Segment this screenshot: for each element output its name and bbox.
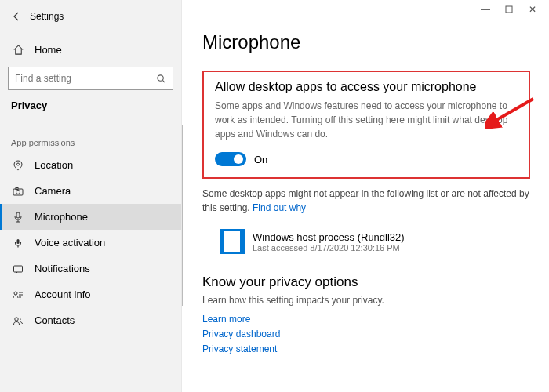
- svg-point-3: [16, 190, 20, 194]
- sidebar: Settings Home Privacy App permissions Lo…: [0, 0, 182, 392]
- sidebar-item-label: Contacts: [35, 314, 75, 326]
- home-nav[interactable]: Home: [0, 38, 181, 62]
- voice-icon: [11, 238, 25, 249]
- sidebar-item-label: Account info: [35, 289, 91, 300]
- toggle-row: On: [215, 152, 518, 166]
- sidebar-item-label: Voice activation: [35, 237, 105, 249]
- sidebar-item-label: Location: [35, 159, 73, 171]
- titlebar: Settings: [0, 3, 181, 30]
- app-title: Settings: [30, 11, 64, 22]
- svg-point-8: [14, 292, 17, 295]
- setting-title: Allow desktop apps to access your microp…: [215, 80, 518, 94]
- window-controls: — ✕: [474, 2, 544, 17]
- privacy-links: Learn more Privacy dashboard Privacy sta…: [202, 312, 530, 358]
- privacy-statement-link[interactable]: Privacy statement: [202, 342, 530, 357]
- svg-point-9: [15, 317, 18, 320]
- home-icon: [11, 44, 25, 56]
- setting-description: Some apps and Windows features need to a…: [215, 99, 518, 141]
- maximize-button[interactable]: [497, 2, 521, 17]
- svg-rect-7: [14, 266, 23, 272]
- toggle-state-label: On: [254, 154, 267, 165]
- learn-more-link[interactable]: Learn more: [202, 312, 530, 327]
- camera-icon: [11, 186, 25, 197]
- home-label: Home: [35, 44, 62, 56]
- app-icon: [220, 229, 245, 254]
- app-name: Windows host process (Rundll32): [253, 231, 405, 243]
- account-icon: [11, 289, 25, 300]
- desktop-apps-note: Some desktop apps might not appear in th…: [202, 187, 530, 215]
- sidebar-item-contacts[interactable]: Contacts: [0, 307, 181, 333]
- close-button[interactable]: ✕: [521, 2, 544, 17]
- sidebar-item-camera[interactable]: Camera: [0, 178, 181, 204]
- svg-point-0: [158, 74, 163, 80]
- sidebar-item-label: Microphone: [35, 211, 88, 223]
- privacy-section-title: Know your privacy options: [202, 274, 530, 290]
- app-last-accessed: Last accessed 8/17/2020 12:30:16 PM: [253, 243, 405, 252]
- section-heading: Privacy: [0, 100, 181, 124]
- privacy-section-desc: Learn how this setting impacts your priv…: [202, 295, 530, 306]
- location-icon: [11, 160, 25, 171]
- microphone-icon: [11, 212, 25, 223]
- back-button[interactable]: [8, 8, 25, 25]
- notifications-icon: [11, 263, 25, 274]
- microphone-toggle[interactable]: [215, 152, 246, 166]
- svg-rect-6: [17, 239, 20, 244]
- svg-rect-10: [506, 6, 512, 13]
- contacts-icon: [11, 315, 25, 326]
- main-content: — ✕ Microphone Allow desktop apps to acc…: [182, 0, 549, 392]
- sidebar-item-location[interactable]: Location: [0, 152, 181, 178]
- privacy-dashboard-link[interactable]: Privacy dashboard: [202, 327, 530, 342]
- sidebar-item-voice-activation[interactable]: Voice activation: [0, 230, 181, 256]
- sidebar-item-notifications[interactable]: Notifications: [0, 256, 181, 281]
- note-text: Some desktop apps might not appear in th…: [202, 188, 529, 213]
- svg-rect-5: [16, 212, 20, 218]
- arrow-left-icon: [11, 11, 22, 22]
- highlighted-setting: Allow desktop apps to access your microp…: [202, 71, 530, 179]
- find-out-why-link[interactable]: Find out why: [253, 202, 306, 213]
- search-icon: [156, 74, 166, 84]
- search-input[interactable]: [15, 73, 156, 84]
- minimize-button[interactable]: —: [474, 2, 497, 17]
- search-box[interactable]: [8, 67, 173, 90]
- sidebar-item-label: Notifications: [35, 263, 90, 274]
- svg-point-1: [17, 163, 20, 165]
- sidebar-item-label: Camera: [35, 185, 71, 197]
- sidebar-item-account-info[interactable]: Account info: [0, 281, 181, 307]
- group-heading: App permissions: [0, 138, 181, 152]
- sidebar-item-microphone[interactable]: Microphone: [0, 204, 181, 230]
- page-title: Microphone: [202, 31, 530, 53]
- app-row: Windows host process (Rundll32) Last acc…: [202, 226, 530, 268]
